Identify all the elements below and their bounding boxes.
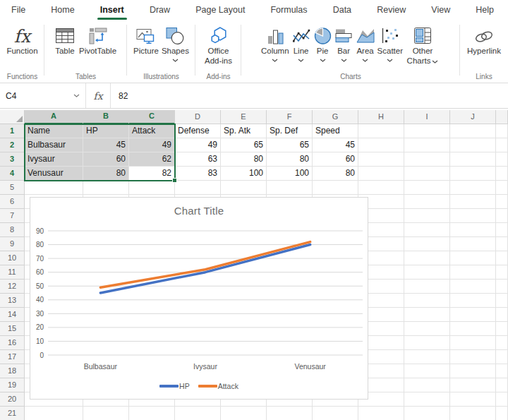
formula-input[interactable]: 82 <box>111 83 508 108</box>
cell-partial[interactable] <box>496 195 508 209</box>
shapes-button[interactable]: Shapes <box>162 23 189 62</box>
cell-partial[interactable] <box>496 181 508 195</box>
cell-C3[interactable]: 62 <box>129 152 175 167</box>
row-header-14[interactable]: 14 <box>0 308 25 322</box>
cell-A2[interactable]: Bulbasaur <box>25 138 83 152</box>
cell-F4[interactable]: 100 <box>267 167 313 181</box>
cell-I9[interactable] <box>404 237 450 251</box>
cell-A4[interactable]: Venusaur <box>25 167 83 181</box>
cell-J13[interactable] <box>450 294 496 308</box>
cell-partial[interactable] <box>496 152 508 167</box>
cell-F2[interactable]: 65 <box>267 138 313 152</box>
cell-F3[interactable]: 80 <box>267 152 313 167</box>
cell-F5[interactable] <box>267 181 313 195</box>
cell-H4[interactable] <box>358 167 404 181</box>
pivottable-button[interactable]: PivotTable <box>79 23 116 56</box>
cell-D21[interactable] <box>175 407 221 420</box>
bar-chart-button[interactable]: Bar <box>334 23 353 62</box>
cell-I8[interactable] <box>404 223 450 237</box>
row-header-6[interactable]: 6 <box>0 195 25 209</box>
cell-I4[interactable] <box>404 167 450 181</box>
cell-I16[interactable] <box>404 336 450 350</box>
cell-partial[interactable] <box>496 167 508 181</box>
cell-I20[interactable] <box>404 392 450 407</box>
row-header-4[interactable]: 4 <box>0 167 25 181</box>
cell-partial[interactable] <box>496 265 508 280</box>
row-header-15[interactable]: 15 <box>0 322 25 336</box>
cell-I18[interactable] <box>404 364 450 378</box>
cell-F1[interactable]: Sp. Def <box>267 124 313 138</box>
cell-J18[interactable] <box>450 364 496 378</box>
cell-J17[interactable] <box>450 350 496 364</box>
function-button[interactable]: fx Function <box>6 23 37 56</box>
cell-J6[interactable] <box>450 195 496 209</box>
row-header-9[interactable]: 9 <box>0 237 25 251</box>
cell-I7[interactable] <box>404 209 450 223</box>
cell-I14[interactable] <box>404 308 450 322</box>
cell-H1[interactable] <box>358 124 404 138</box>
cell-A3[interactable]: Ivysaur <box>25 152 83 167</box>
cell-partial[interactable] <box>496 322 508 336</box>
column-header-F[interactable]: F <box>267 110 313 124</box>
tab-insert[interactable]: Insert <box>99 1 126 18</box>
tab-draw[interactable]: Draw <box>148 1 171 18</box>
cell-A21[interactable] <box>25 407 83 420</box>
cell-G2[interactable]: 45 <box>313 138 358 152</box>
cell-D4[interactable]: 83 <box>175 167 221 181</box>
cell-I10[interactable] <box>404 251 450 265</box>
cell-I3[interactable] <box>404 152 450 167</box>
tab-home[interactable]: Home <box>49 1 75 18</box>
cell-J10[interactable] <box>450 251 496 265</box>
embedded-chart[interactable]: 0102030405060708090BulbasaurIvysaurVenus… <box>30 197 368 400</box>
row-header-19[interactable]: 19 <box>0 378 25 392</box>
cell-H21[interactable] <box>358 407 404 420</box>
cell-I17[interactable] <box>404 350 450 364</box>
row-header-7[interactable]: 7 <box>0 209 25 223</box>
tab-file[interactable]: File <box>10 1 27 18</box>
row-header-17[interactable]: 17 <box>0 350 25 364</box>
cell-I13[interactable] <box>404 294 450 308</box>
fill-handle[interactable] <box>173 179 176 182</box>
cell-G5[interactable] <box>313 181 358 195</box>
row-header-10[interactable]: 10 <box>0 251 25 265</box>
cell-I1[interactable] <box>404 124 450 138</box>
cell-E2[interactable]: 65 <box>221 138 267 152</box>
cell-G1[interactable]: Speed <box>313 124 358 138</box>
cell-I2[interactable] <box>404 138 450 152</box>
column-header-E[interactable]: E <box>221 110 267 124</box>
cell-E21[interactable] <box>221 407 267 420</box>
cell-I19[interactable] <box>404 378 450 392</box>
tab-review[interactable]: Review <box>375 1 407 18</box>
column-header-J[interactable]: J <box>450 110 496 124</box>
cell-J9[interactable] <box>450 237 496 251</box>
cell-G21[interactable] <box>313 407 358 420</box>
cell-F21[interactable] <box>267 407 313 420</box>
cell-J14[interactable] <box>450 308 496 322</box>
tab-help[interactable]: Help <box>474 1 495 18</box>
cell-E5[interactable] <box>221 181 267 195</box>
cell-A5[interactable] <box>25 181 83 195</box>
column-header-I[interactable]: I <box>404 110 450 124</box>
cell-partial[interactable] <box>496 308 508 322</box>
row-header-8[interactable]: 8 <box>0 223 25 237</box>
other-charts-button[interactable]: Other Charts <box>405 23 440 66</box>
cell-D2[interactable]: 49 <box>175 138 221 152</box>
cell-B1[interactable]: HP <box>83 124 129 138</box>
cell-I6[interactable] <box>404 195 450 209</box>
cell-C1[interactable]: Attack <box>129 124 175 138</box>
cell-H5[interactable] <box>358 181 404 195</box>
cell-J4[interactable] <box>450 167 496 181</box>
pie-chart-button[interactable]: Pie <box>313 23 332 62</box>
tab-data[interactable]: Data <box>332 1 353 18</box>
cell-H2[interactable] <box>358 138 404 152</box>
cell-partial[interactable] <box>496 364 508 378</box>
cell-C5[interactable] <box>129 181 175 195</box>
row-header-11[interactable]: 11 <box>0 265 25 280</box>
cell-partial[interactable] <box>496 336 508 350</box>
cell-J1[interactable] <box>450 124 496 138</box>
cell-partial[interactable] <box>496 294 508 308</box>
row-header-20[interactable]: 20 <box>0 392 25 407</box>
cell-J19[interactable] <box>450 378 496 392</box>
cell-J8[interactable] <box>450 223 496 237</box>
column-chart-button[interactable]: Column <box>261 23 289 62</box>
